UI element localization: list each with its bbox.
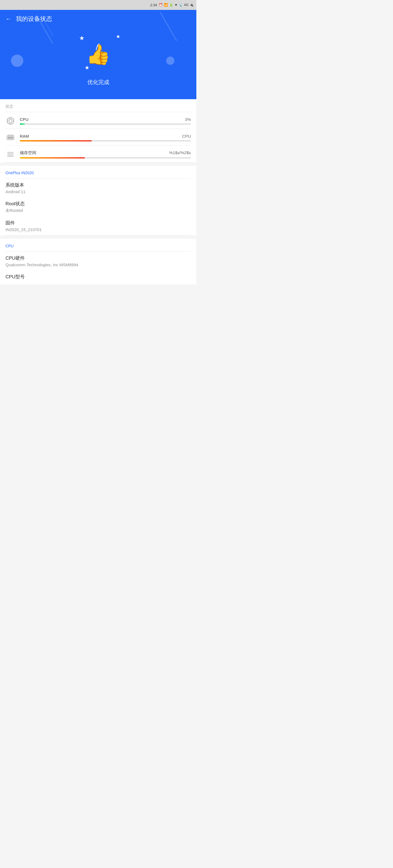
root-status-value: 未Rooted bbox=[5, 208, 191, 213]
system-version-value: Android 11 bbox=[5, 189, 191, 194]
ram-progress-fill bbox=[20, 140, 92, 142]
cpu-hardware-label: CPU硬件 bbox=[5, 255, 191, 261]
wifi-icon: ▼ bbox=[174, 3, 178, 7]
orb-left-decoration bbox=[11, 54, 23, 67]
system-version-label: 系统版本 bbox=[5, 182, 191, 188]
battery-save-icon: 🔋 bbox=[169, 3, 173, 7]
storage-progress-fill bbox=[20, 157, 85, 159]
banner-content: ★ ★ ★ 👍 优化完成 bbox=[5, 30, 191, 92]
cpu-item-header: CPU 3% bbox=[20, 117, 191, 122]
thumbs-up-container: ★ ★ ★ 👍 bbox=[71, 32, 126, 76]
thumbs-up-icon: 👍 bbox=[86, 43, 111, 66]
ram-item-content: RAM CPU bbox=[20, 134, 191, 142]
svg-rect-3 bbox=[8, 118, 13, 124]
cpu-icon bbox=[6, 117, 14, 125]
storage-value: %1$s/%2$s bbox=[169, 150, 191, 156]
device-bottom-divider bbox=[5, 235, 191, 236]
cpu-info-section: CPU CPU硬件 Qualcomm Technologies, Inc MSM… bbox=[0, 239, 196, 284]
storage-item-content: 储存空间 %1$s/%2$s bbox=[20, 150, 191, 159]
banner-subtitle: 优化完成 bbox=[87, 79, 109, 86]
storage-divider bbox=[5, 162, 191, 162]
cpu-icon-container bbox=[5, 116, 15, 126]
storage-status-item: 储存空间 %1$s/%2$s bbox=[0, 146, 196, 162]
cpu-hardware-value: Qualcomm Technologies, Inc MSM8994 bbox=[5, 262, 191, 267]
cpu-model-label: CPU型号 bbox=[5, 274, 191, 280]
storage-icon-container bbox=[5, 150, 15, 159]
cpu-label: CPU bbox=[20, 117, 29, 122]
cpu-item-content: CPU 3% bbox=[20, 117, 191, 125]
cpu-model-item: CPU型号 bbox=[0, 270, 196, 284]
firmware-value: IN2020_15_210701 bbox=[5, 227, 191, 232]
page-title: 我的设备状态 bbox=[16, 15, 52, 23]
ram-icon bbox=[6, 133, 14, 142]
status-section-label: 状态 bbox=[0, 99, 196, 112]
orb-right-decoration bbox=[166, 57, 174, 65]
ram-label: RAM bbox=[20, 134, 29, 138]
status-bar: 2:34 ⏰ 📶 🔋 ▼ 📡 4G 🔌 bbox=[0, 0, 196, 10]
cpu-status-item: CPU 3% bbox=[0, 112, 196, 129]
storage-label: 储存空间 bbox=[20, 150, 36, 156]
ram-icon-container bbox=[5, 133, 15, 143]
status-icons: ⏰ 📶 🔋 ▼ 📡 4G 🔌 bbox=[159, 3, 194, 7]
ram-value: CPU bbox=[182, 134, 191, 138]
ram-progress-track bbox=[20, 140, 191, 142]
battery-icon: 🔌 bbox=[190, 3, 194, 7]
signal-icon: 📡 bbox=[179, 3, 183, 7]
firmware-item: 固件 IN2020_15_210701 bbox=[0, 217, 196, 235]
ram-status-item: RAM CPU bbox=[0, 129, 196, 145]
system-version-item: 系统版本 Android 11 bbox=[0, 179, 196, 197]
star-decoration-1: ★ bbox=[79, 35, 85, 42]
storage-icon bbox=[6, 150, 14, 159]
root-status-item: Root状态 未Rooted bbox=[0, 197, 196, 217]
cpu-progress-track bbox=[20, 123, 191, 125]
svg-rect-19 bbox=[9, 136, 10, 139]
status-section: 状态 CPU 3% bbox=[0, 99, 196, 162]
back-button[interactable]: ← bbox=[5, 16, 11, 23]
cpu-progress-fill bbox=[20, 123, 25, 125]
star-decoration-2: ★ bbox=[116, 33, 120, 39]
svg-rect-21 bbox=[12, 136, 13, 139]
root-status-label: Root状态 bbox=[5, 200, 191, 207]
header-banner: ← 我的设备状态 ★ ★ ★ 👍 优化完成 bbox=[0, 10, 196, 99]
cpu-value: 3% bbox=[185, 117, 191, 122]
firmware-label: 固件 bbox=[5, 220, 191, 226]
alarm-icon: ⏰ bbox=[159, 3, 163, 7]
sim-icon: 📶 bbox=[164, 3, 168, 7]
status-time: 2:34 bbox=[150, 3, 157, 7]
cpu-hardware-item: CPU硬件 Qualcomm Technologies, Inc MSM8994 bbox=[0, 252, 196, 270]
ram-item-header: RAM CPU bbox=[20, 134, 191, 138]
device-section-header: OnePlus IN2020 bbox=[0, 166, 196, 178]
svg-rect-4 bbox=[9, 120, 12, 122]
4g-icon: 4G bbox=[184, 3, 188, 7]
device-info-section: OnePlus IN2020 系统版本 Android 11 Root状态 未R… bbox=[0, 166, 196, 236]
cpu-section-header: CPU bbox=[0, 239, 196, 251]
storage-item-header: 储存空间 %1$s/%2$s bbox=[20, 150, 191, 156]
storage-progress-track bbox=[20, 157, 191, 159]
svg-rect-18 bbox=[8, 136, 9, 139]
svg-rect-20 bbox=[11, 136, 11, 139]
